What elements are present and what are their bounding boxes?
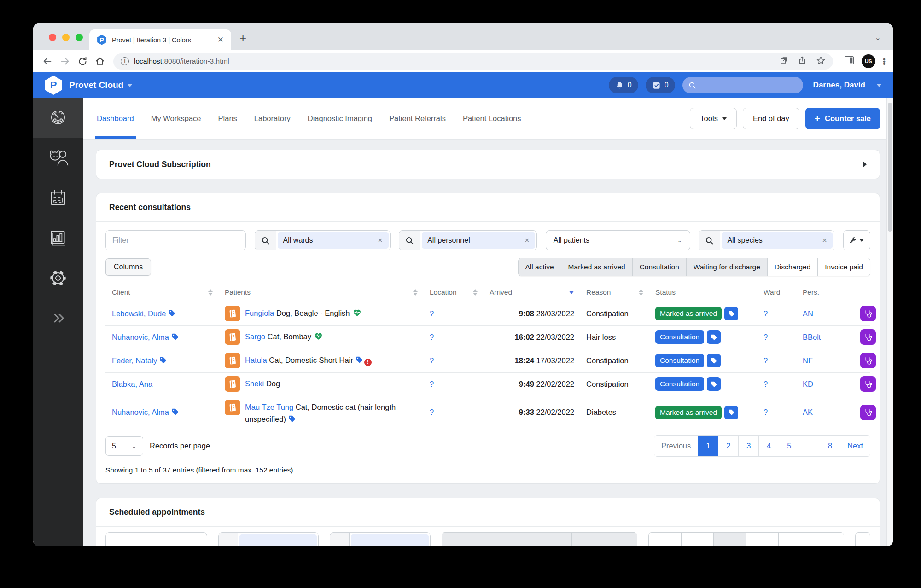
col-reason[interactable]: Reason — [580, 288, 649, 297]
stethoscope-button[interactable] — [860, 329, 876, 345]
sidebar-item-reports[interactable] — [33, 218, 83, 258]
browser-profile-avatar[interactable]: US — [862, 54, 875, 68]
status-filter-group[interactable] — [442, 532, 637, 546]
tag-button[interactable] — [724, 307, 738, 320]
search-icon[interactable] — [699, 231, 720, 250]
sort-icon[interactable] — [473, 289, 478, 296]
sidebar-item-clients-patients[interactable] — [33, 138, 83, 178]
open-in-new-icon[interactable] — [779, 56, 788, 67]
counter-sale-button[interactable]: +Counter sale — [805, 108, 880, 129]
address-bar[interactable]: i localhost:8080/iteration-3.html — [113, 53, 833, 70]
location-link[interactable]: ? — [430, 309, 434, 318]
home-icon[interactable] — [93, 54, 107, 68]
reload-icon[interactable] — [76, 54, 89, 68]
tab-laboratory[interactable]: Laboratory — [254, 98, 291, 139]
columns-button[interactable]: Columns — [105, 258, 151, 276]
end-of-day-button[interactable]: End of day — [743, 108, 799, 129]
patient-link[interactable]: Sneki — [245, 379, 264, 388]
ward-link[interactable]: ? — [764, 356, 768, 365]
tools-button[interactable]: Tools — [690, 108, 737, 129]
personnel-filter[interactable] — [330, 532, 431, 546]
pagination-next[interactable]: Next — [840, 436, 870, 456]
bookmark-star-icon[interactable] — [816, 56, 826, 67]
scrollbar-thumb[interactable] — [888, 103, 892, 232]
tab-patient-referrals[interactable]: Patient Referrals — [389, 98, 446, 139]
personnel-filter[interactable]: All personnel✕ — [399, 230, 537, 250]
minimize-window-button[interactable] — [62, 34, 70, 41]
zoom-window-button[interactable] — [76, 34, 83, 41]
patient-link[interactable]: Mau Tze Tung — [245, 403, 293, 411]
sort-icon[interactable] — [639, 289, 643, 296]
stethoscope-button[interactable] — [860, 376, 876, 392]
stethoscope-button[interactable] — [860, 405, 876, 420]
pagination-page-8[interactable]: 8 — [820, 436, 840, 456]
client-link[interactable]: Nuhanovic, Alma — [112, 408, 169, 416]
tag-icon[interactable] — [356, 356, 363, 364]
back-icon[interactable] — [41, 54, 54, 68]
sidebar-item-settings[interactable] — [33, 258, 83, 298]
notifications-badge[interactable]: 0 — [609, 77, 638, 93]
ward-link[interactable]: ? — [764, 408, 768, 416]
pagination-page-1[interactable]: 1 — [698, 436, 718, 456]
filter-invoice-paid[interactable]: Invoice paid — [818, 258, 870, 276]
tag-icon[interactable] — [288, 415, 296, 423]
clear-icon[interactable]: ✕ — [524, 237, 530, 244]
personnel-link[interactable]: NF — [803, 356, 813, 365]
col-client[interactable]: Client — [105, 288, 218, 297]
side-panel-icon[interactable] — [844, 56, 854, 67]
patient-record-icon[interactable] — [225, 306, 240, 321]
brand-name[interactable]: Provet Cloud — [69, 80, 123, 90]
patient-record-icon[interactable] — [225, 353, 240, 368]
patient-link[interactable]: Fungiola — [245, 309, 274, 317]
location-link[interactable]: ? — [430, 356, 434, 365]
tab-plans[interactable]: Plans — [218, 98, 237, 139]
sort-icon[interactable] — [413, 289, 418, 296]
tag-button[interactable] — [724, 406, 738, 419]
client-link[interactable]: Lebowski, Dude — [112, 309, 166, 318]
ward-link[interactable]: ? — [764, 380, 768, 388]
chevron-right-icon[interactable] — [863, 161, 867, 168]
search-icon[interactable] — [399, 231, 420, 250]
patient-link[interactable]: Hatula — [245, 356, 267, 364]
col-arrived[interactable]: Arrived — [483, 288, 580, 297]
site-info-icon[interactable]: i — [121, 57, 129, 65]
global-search-input[interactable] — [682, 77, 803, 93]
client-link[interactable]: Blabka, Ana — [112, 380, 152, 388]
scrollbar[interactable] — [886, 98, 893, 546]
personnel-link[interactable]: AN — [803, 309, 813, 318]
patient-record-icon[interactable] — [225, 400, 240, 415]
filter-marked-as-arrived[interactable]: Marked as arrived — [561, 258, 633, 276]
tab-diagnostic-imaging[interactable]: Diagnostic Imaging — [308, 98, 372, 139]
table-settings-button[interactable] — [855, 532, 870, 546]
tab-strip-chevron-icon[interactable]: ⌄ — [875, 33, 881, 42]
status-filter-group[interactable] — [648, 532, 844, 546]
tag-button[interactable] — [707, 377, 721, 391]
patient-record-icon[interactable] — [225, 376, 240, 392]
sort-desc-icon[interactable] — [569, 291, 574, 294]
tag-icon[interactable] — [171, 333, 179, 341]
wards-filter[interactable]: All wards✕ — [255, 230, 391, 250]
tab-close-icon[interactable]: ✕ — [217, 35, 224, 45]
search-icon[interactable] — [255, 231, 276, 250]
tag-button[interactable] — [707, 330, 721, 344]
pagination-page-5[interactable]: 5 — [779, 436, 799, 456]
tag-icon[interactable] — [168, 309, 176, 317]
client-link[interactable]: Feder, Nataly — [112, 356, 157, 365]
filter-input[interactable] — [105, 230, 246, 250]
filter-input[interactable] — [105, 532, 207, 546]
patient-link[interactable]: Sargo — [245, 332, 265, 341]
share-icon[interactable] — [798, 56, 807, 67]
species-filter[interactable]: All species✕ — [699, 230, 834, 250]
ward-link[interactable]: ? — [764, 333, 768, 341]
new-tab-button[interactable]: + — [239, 32, 246, 44]
location-link[interactable]: ? — [430, 380, 434, 388]
stethoscope-button[interactable] — [860, 353, 876, 368]
browser-menu-icon[interactable]: ••• — [883, 58, 886, 65]
wards-filter[interactable] — [218, 532, 319, 546]
tab-dashboard[interactable]: Dashboard — [97, 98, 134, 139]
table-settings-button[interactable] — [843, 230, 870, 250]
personnel-link[interactable]: BBolt — [803, 333, 821, 341]
client-link[interactable]: Nuhanovic, Alma — [112, 333, 169, 341]
filter-discharged[interactable]: Discharged — [768, 258, 818, 276]
col-patients[interactable]: Patients — [218, 288, 423, 297]
